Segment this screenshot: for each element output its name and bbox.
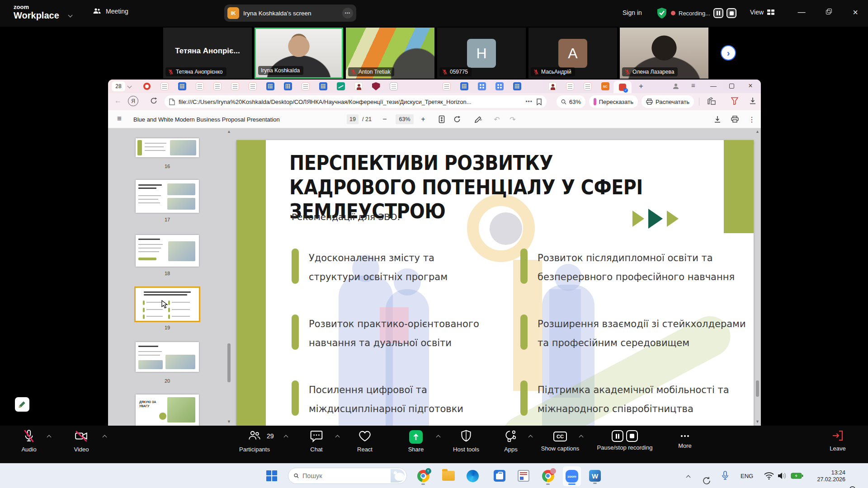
collections-icon[interactable] bbox=[707, 97, 716, 105]
print-page-button[interactable]: Распечатать bbox=[642, 95, 694, 108]
browser-tab[interactable] bbox=[561, 81, 579, 91]
thumbnail-page-21[interactable]: ДЯКУЮ ЗА УВАГУ bbox=[136, 394, 199, 426]
taskbar-app-zoom-active[interactable]: zoom bbox=[563, 466, 581, 486]
browser-tab[interactable] bbox=[191, 81, 208, 91]
page-number-input[interactable]: 19 bbox=[347, 114, 359, 124]
captions-button[interactable]: CC Show captions bbox=[535, 429, 585, 452]
browser-tab[interactable] bbox=[367, 81, 385, 91]
active-tab[interactable] bbox=[613, 81, 632, 93]
react-button[interactable]: React bbox=[340, 429, 390, 453]
browser-tab[interactable] bbox=[138, 81, 156, 91]
fit-page-button[interactable] bbox=[436, 114, 447, 125]
download-icon[interactable] bbox=[749, 97, 756, 105]
pdf-more-button[interactable]: ⋮ bbox=[746, 114, 757, 125]
more-options-icon[interactable]: ••• bbox=[342, 8, 353, 19]
document-scrollbar[interactable] bbox=[756, 380, 759, 397]
participant-tile-active-speaker[interactable]: Iryna Koshkalda bbox=[255, 28, 343, 79]
pause-recording-button[interactable] bbox=[713, 8, 723, 18]
close-button[interactable]: × bbox=[849, 6, 862, 18]
thumbnail-page-18[interactable] bbox=[136, 235, 199, 267]
restore-button[interactable] bbox=[822, 6, 835, 18]
browser-tab[interactable] bbox=[279, 81, 297, 91]
pdf-menu-icon[interactable]: ≡ bbox=[117, 114, 122, 123]
taskbar-app-chrome-profile2[interactable] bbox=[541, 469, 555, 483]
thumbnail-scroll-down[interactable]: ▼ bbox=[226, 419, 231, 424]
thumbnail-scrollbar[interactable] bbox=[227, 343, 231, 382]
browser-tab[interactable] bbox=[579, 81, 596, 91]
view-button[interactable]: View bbox=[750, 9, 774, 16]
profile-icon[interactable] bbox=[672, 83, 679, 90]
browser-tab[interactable] bbox=[261, 81, 279, 91]
zoom-in-button[interactable]: + bbox=[418, 114, 429, 125]
thumbnail-page-16[interactable] bbox=[136, 138, 199, 157]
pdf-download-button[interactable] bbox=[712, 114, 723, 125]
browser-tab[interactable] bbox=[332, 81, 349, 91]
browser-tab[interactable] bbox=[438, 81, 455, 91]
browser-tab[interactable]: SC bbox=[596, 81, 614, 91]
speaker-icon[interactable] bbox=[777, 472, 786, 480]
back-icon[interactable]: ← bbox=[114, 97, 122, 105]
stop-icon[interactable] bbox=[626, 430, 638, 442]
browser-tab[interactable] bbox=[244, 81, 261, 91]
screen-share-pill[interactable]: IK Iryna Koshkalda's screen ••• bbox=[224, 5, 356, 22]
undo-button[interactable]: ↶ bbox=[491, 114, 502, 125]
chevron-down-icon[interactable] bbox=[68, 13, 73, 18]
browser-menu-icon[interactable]: ≡ bbox=[691, 81, 695, 89]
battery-icon[interactable] bbox=[791, 473, 803, 479]
participant-tile[interactable]: H 059775 bbox=[437, 28, 526, 79]
taskbar-clock[interactable]: 13:24 27.02.2026 bbox=[805, 469, 845, 483]
zoom-out-button[interactable]: − bbox=[379, 114, 390, 125]
thumbnail-scroll-up[interactable]: ▲ bbox=[226, 129, 231, 134]
browser-close-button[interactable]: × bbox=[743, 80, 758, 92]
browser-tab[interactable] bbox=[402, 81, 420, 91]
tab-counter[interactable]: 28 bbox=[112, 81, 125, 91]
taskbar-app-chrome-profile1[interactable]: T bbox=[416, 469, 430, 483]
new-tab-button[interactable]: + bbox=[636, 81, 646, 91]
participant-tile[interactable]: A МасьАндрій bbox=[528, 28, 617, 79]
bookmark-icon[interactable] bbox=[536, 99, 542, 105]
taskbar-app-edge[interactable] bbox=[466, 469, 479, 483]
redo-button[interactable]: ↷ bbox=[507, 114, 518, 125]
next-participants-button[interactable]: › bbox=[721, 45, 736, 61]
chat-button[interactable]: Chat bbox=[292, 429, 341, 453]
minimize-button[interactable]: — bbox=[795, 6, 808, 18]
taskbar-search[interactable] bbox=[288, 468, 407, 484]
browser-tab[interactable] bbox=[349, 81, 367, 91]
document-scroll-up[interactable]: ▲ bbox=[755, 129, 760, 134]
browser-tab[interactable] bbox=[491, 81, 508, 91]
annotate-pen-button[interactable] bbox=[472, 114, 483, 125]
url-field[interactable]: file:///C:/Users/Iryna%20Koshkalda/Deskt… bbox=[165, 95, 547, 108]
browser-tab[interactable] bbox=[226, 81, 244, 91]
pause-stop-recording-button[interactable]: Pause/stop recording bbox=[600, 429, 650, 451]
taskbar-app-explorer[interactable] bbox=[442, 469, 455, 483]
thumbnail-page-17[interactable] bbox=[136, 180, 199, 213]
page-zoom-control[interactable]: 63% bbox=[557, 95, 585, 108]
taskbar-app-word[interactable]: W bbox=[588, 469, 602, 483]
browser-minimize-button[interactable]: — bbox=[706, 80, 721, 92]
apps-button[interactable]: Apps bbox=[486, 429, 536, 453]
share-button[interactable]: Share bbox=[391, 429, 441, 453]
search-input[interactable] bbox=[302, 472, 387, 479]
participant-tile[interactable]: Anton Tretiak bbox=[346, 28, 434, 79]
browser-restore-button[interactable] bbox=[724, 80, 739, 92]
participant-tile[interactable]: Тетяна Анопріє... Тетяна Анопрієнко bbox=[163, 28, 252, 79]
tray-expand-caret[interactable] bbox=[686, 475, 691, 480]
leave-button[interactable]: Leave bbox=[813, 429, 863, 452]
browser-tab[interactable] bbox=[526, 81, 543, 91]
wifi-icon[interactable] bbox=[764, 472, 774, 480]
rotate-button[interactable] bbox=[452, 114, 462, 125]
extension-icon[interactable]: ✓ bbox=[731, 97, 761, 105]
browser-tab[interactable] bbox=[473, 81, 491, 91]
participant-tile[interactable]: Олена Лазарева bbox=[620, 28, 708, 79]
taskbar-app-store[interactable] bbox=[493, 469, 506, 483]
mic-tray-icon[interactable] bbox=[722, 471, 729, 481]
browser-tab[interactable] bbox=[385, 81, 402, 91]
annotation-pencil-button[interactable] bbox=[15, 397, 29, 412]
sign-in-button[interactable]: Sign in bbox=[623, 9, 642, 16]
browser-tab[interactable] bbox=[297, 81, 314, 91]
document-scroll-down[interactable]: ▼ bbox=[755, 419, 760, 424]
chevron-down-icon[interactable] bbox=[127, 84, 132, 89]
tab-meeting[interactable]: Meeting bbox=[93, 8, 128, 15]
browser-tab[interactable] bbox=[420, 81, 438, 91]
host-tools-button[interactable]: Host tools bbox=[441, 429, 491, 453]
